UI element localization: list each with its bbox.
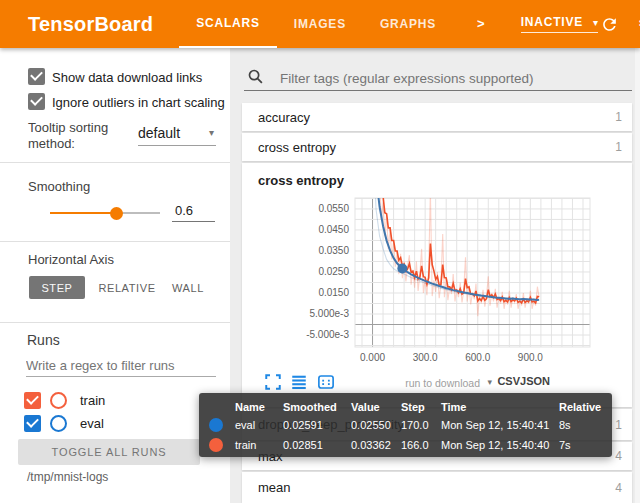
settings-gear-icon[interactable]: ⚙ [635, 13, 640, 35]
run-item-eval[interactable]: eval [24, 414, 104, 433]
run-regex-input[interactable] [26, 354, 216, 377]
ignore-outliers-checkbox[interactable] [28, 93, 45, 110]
svg-text:0.0150: 0.0150 [318, 287, 349, 298]
svg-text:5.000e-3: 5.000e-3 [310, 308, 350, 319]
run-item-train[interactable]: train [24, 391, 105, 410]
train-run-dot [209, 438, 223, 452]
tabs-overflow-chevron-icon[interactable]: > [477, 0, 485, 48]
tooltip-eval-name: eval [235, 415, 283, 435]
tag-filter-input[interactable] [278, 66, 632, 90]
tab-images[interactable]: IMAGES [277, 0, 363, 48]
tag-row-mean[interactable]: mean 4 [242, 472, 632, 503]
axis-wall-button[interactable]: WALL [165, 276, 211, 299]
tooltip-col-step: Step [401, 399, 441, 415]
tag-count-badge: 1 [615, 110, 622, 124]
tab-graphs[interactable]: GRAPHS [363, 0, 453, 48]
svg-text:0.0250: 0.0250 [318, 266, 349, 277]
tag-row-accuracy[interactable]: accuracy 1 [242, 103, 632, 131]
axis-step-button[interactable]: STEP [29, 276, 85, 299]
logdir-path: /tmp/mnist-logs [27, 470, 108, 484]
tooltip-eval-step: 170.0 [401, 415, 441, 435]
eval-run-dot [209, 418, 223, 432]
csv-download-link[interactable]: CSV [497, 375, 520, 387]
refresh-icon[interactable] [598, 13, 620, 35]
chart-hover-tooltip: Name Smoothed Value Step Time Relative e… [199, 393, 612, 457]
svg-text:0.0550: 0.0550 [318, 203, 349, 214]
svg-text:-5.000e-3: -5.000e-3 [306, 329, 349, 340]
settings-sidebar: Show data download links Ignore outliers… [0, 48, 230, 503]
svg-text:900.0: 900.0 [518, 352, 543, 363]
scalar-line-chart[interactable]: 0.05500.04500.03500.02500.01505.000e-3-5… [242, 163, 632, 368]
tooltip-eval-relative: 8s [559, 415, 602, 435]
eval-run-label: eval [80, 416, 104, 431]
horizontal-axis-label: Horizontal Axis [28, 252, 114, 267]
smoothing-label: Smoothing [28, 179, 90, 194]
divider [0, 241, 230, 242]
show-download-links-checkbox[interactable] [28, 68, 45, 85]
chevron-down-icon[interactable]: ▾ [487, 377, 492, 387]
cross-entropy-chart-card: cross entropy 0.05500.04500.03500.02500.… [242, 163, 632, 407]
tag-count-badge: 1 [615, 418, 622, 432]
tooltip-sorting-dropdown[interactable]: default ▾ [138, 124, 216, 146]
log-scale-lines-icon[interactable] [288, 373, 310, 391]
train-color-swatch [50, 392, 67, 409]
run-to-download-label: run to download [405, 377, 480, 389]
tooltip-col-time: Time [441, 399, 559, 415]
scrollbar[interactable] [635, 48, 640, 503]
tooltip-table: Name Smoothed Value Step Time Relative e… [199, 393, 612, 455]
tag-label: cross entropy [258, 140, 336, 155]
svg-text:0.0350: 0.0350 [318, 245, 349, 256]
app-logo: TensorBoard [28, 13, 153, 36]
smoothing-value-field[interactable]: 0.6 [172, 201, 215, 222]
smoothing-slider-thumb[interactable] [110, 207, 123, 220]
tooltip-col-smoothed: Smoothed [283, 399, 351, 415]
svg-text:600.0: 600.0 [465, 352, 490, 363]
divider [0, 322, 230, 323]
tooltip-eval-value: 0.02550 [351, 415, 401, 435]
tensorboard-app: TensorBoard SCALARS IMAGES GRAPHS > INAC… [0, 0, 640, 503]
ignore-outliers-label: Ignore outliers in chart scaling [52, 95, 225, 110]
svg-text:300.0: 300.0 [413, 352, 438, 363]
tooltip-sorting-label: Tooltip sorting method: [28, 120, 124, 152]
eval-checkbox[interactable] [24, 415, 41, 432]
tooltip-train-smoothed: 0.02851 [283, 435, 351, 455]
tooltip-train-step: 166.0 [401, 435, 441, 455]
tooltip-col-relative: Relative [559, 399, 602, 415]
tooltip-eval-time: Mon Sep 12, 15:40:41 [441, 415, 559, 435]
svg-text:0.000: 0.000 [360, 352, 385, 363]
tag-filter-row [244, 66, 634, 92]
runs-section-label: Runs [27, 332, 60, 348]
tooltip-train-time: Mon Sep 12, 15:40:40 [441, 435, 559, 455]
tab-scalars[interactable]: SCALARS [179, 0, 277, 48]
fullscreen-icon[interactable] [262, 373, 284, 391]
eval-color-swatch [50, 415, 67, 432]
status-dropdown[interactable]: INACTIVE ▾ [521, 15, 598, 33]
tag-label: accuracy [258, 110, 310, 125]
json-download-link[interactable]: JSON [520, 375, 550, 387]
train-run-label: train [80, 393, 105, 408]
smoothing-slider-fill [50, 212, 116, 214]
tooltip-train-value: 0.03362 [351, 435, 401, 455]
chevron-down-icon: ▾ [209, 127, 214, 138]
app-header: TensorBoard SCALARS IMAGES GRAPHS > INAC… [0, 0, 640, 48]
header-icons: ⚙ ? [598, 13, 640, 35]
divider [0, 162, 230, 163]
tag-filter-underline [244, 90, 632, 91]
svg-text:0.0450: 0.0450 [318, 224, 349, 235]
axis-relative-button[interactable]: RELATIVE [91, 276, 163, 299]
tooltip-col-name: Name [235, 399, 283, 415]
fit-domain-icon[interactable] [314, 373, 338, 391]
tag-count-badge: 4 [615, 481, 622, 495]
tag-row-cross-entropy[interactable]: cross entropy 1 [242, 133, 632, 161]
nav-tabs: SCALARS IMAGES GRAPHS [179, 0, 453, 48]
tooltip-col-value: Value [351, 399, 401, 415]
show-download-links-label: Show data download links [52, 70, 202, 85]
tag-label: mean [258, 480, 291, 495]
train-checkbox[interactable] [24, 392, 41, 409]
tooltip-train-name: train [235, 435, 283, 455]
tag-count-badge: 1 [615, 140, 622, 154]
toggle-all-runs-button[interactable]: TOGGLE ALL RUNS [18, 439, 200, 465]
tag-count-badge: 4 [615, 449, 622, 463]
tooltip-eval-smoothed: 0.02591 [283, 415, 351, 435]
search-icon [247, 68, 264, 85]
